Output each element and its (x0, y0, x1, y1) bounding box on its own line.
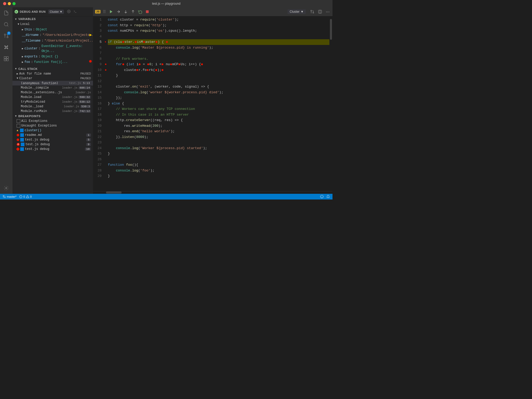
code-line-29: } (108, 173, 329, 179)
editor-scrollbar[interactable] (329, 16, 332, 191)
code-line-17: // Workers can share any TCP connection (108, 106, 329, 112)
code-editor: 1 2 3 4 5 6 7 8 9 10 11 12 13 14 15 16 1… (93, 16, 332, 191)
call-stack-section-header[interactable]: ▼ CALL STACK (12, 66, 93, 71)
error-count: 0 (23, 195, 25, 198)
debug-step-over-button[interactable] (116, 9, 121, 14)
bp-test2-checkbox[interactable] (21, 143, 24, 146)
activity-files-icon[interactable] (3, 9, 10, 17)
scrollbar-thumb[interactable] (330, 19, 332, 40)
bp-cluster-checkbox[interactable] (20, 129, 24, 132)
bp-cluster-fn[interactable]: ▲ cluster() (12, 128, 93, 133)
bp-readme[interactable]: readme.md 1 (12, 133, 93, 137)
bp-readme-checkbox[interactable] (20, 133, 24, 137)
svg-point-0 (4, 23, 8, 26)
var-foo[interactable]: ▶ foo : function foo(){... (12, 59, 93, 65)
breakpoints-section-header[interactable]: ▼ BREAKPOINTS (12, 114, 93, 119)
status-branch[interactable]: master* (3, 195, 17, 198)
status-bell[interactable] (326, 195, 330, 198)
stack-frame-anonymous[interactable]: (anonymous function) test.js 5:13 (12, 81, 93, 85)
status-smiley[interactable] (320, 195, 324, 198)
bp-all-exceptions[interactable]: All Exceptions (12, 119, 93, 123)
titlebar: test.js — playground (0, 0, 332, 7)
stack-frame-module-load[interactable]: Module.load loader.js 599:32 (12, 95, 93, 99)
code-content[interactable]: const cluster = require('cluster'); cons… (105, 16, 329, 191)
code-line-28: console.log('foo'); (108, 168, 329, 174)
debug-restart-button[interactable] (137, 9, 143, 14)
var-this[interactable]: ▶ this : Object (12, 27, 93, 32)
activity-debug-icon[interactable] (3, 44, 10, 51)
activity-settings-icon[interactable] (3, 184, 10, 192)
var-dirname[interactable]: __dirname : "/Users/misolori/Projects...… (12, 32, 93, 38)
drag-handle-button[interactable]: ⠿ (102, 9, 107, 15)
stack-frame-module-extensions[interactable]: Module._extensions..js loader.js (12, 90, 93, 95)
bp-test2[interactable]: ⊘ test.js debug 9 (12, 142, 93, 147)
svg-point-31 (320, 195, 323, 198)
close-button[interactable] (3, 2, 6, 5)
bp-uncaught-checkbox[interactable] (17, 124, 20, 128)
activity-extensions-icon[interactable] (3, 55, 10, 62)
bp-test1-checkbox[interactable] (20, 138, 24, 142)
next-line-icon: ▶ (89, 32, 92, 39)
debug-step-into-button[interactable] (123, 9, 129, 14)
svg-point-23 (5, 197, 5, 198)
code-line-13: cluster.on('exit', (worker, code, signal… (108, 84, 329, 90)
line-numbers: 1 2 3 4 5 6 7 8 9 10 11 12 13 14 15 16 1… (93, 16, 105, 191)
more-actions-icon[interactable]: ··· (325, 9, 330, 15)
debug-title: DEBUG AND RUN (20, 10, 46, 13)
debug-stop-button[interactable] (145, 9, 150, 14)
bp-all-exceptions-checkbox[interactable] (17, 119, 20, 123)
horizontal-scrollbar[interactable] (93, 191, 332, 194)
window-controls[interactable] (3, 2, 16, 5)
code-line-5: ● ▶ if (cluster.isMaster) { (108, 39, 329, 45)
call-stack-group-cluster[interactable]: ▼ Cluster PAUSED (12, 76, 93, 81)
var-cluster[interactable]: ▶ cluster : EventEmitter {_events: Obje.… (12, 44, 93, 54)
activity-search-icon[interactable] (3, 21, 10, 28)
status-errors[interactable]: 0 0 (19, 195, 32, 198)
breakpoints-chevron-icon: ▼ (15, 115, 17, 117)
code-line-27: function foo(){ (108, 162, 329, 168)
svg-rect-6 (4, 57, 6, 59)
activity-bar: 3 (0, 7, 12, 194)
debug-continue-button[interactable] (108, 9, 114, 14)
variables-section-header[interactable]: ▼ VARIABLES (12, 16, 93, 22)
bp-diamond-icon (16, 147, 20, 151)
svg-point-3 (4, 34, 6, 35)
source-control-icon[interactable] (309, 9, 315, 14)
var-exports[interactable]: ▶ exports : Object {} (12, 54, 93, 59)
breakpoints-section: ▼ BREAKPOINTS All Exceptions Uncaught Ex… (12, 114, 93, 151)
code-line-15: }); (108, 95, 329, 101)
stack-frame-try-module-load[interactable]: tryModuleLoad loader.js 538:12 (12, 99, 93, 104)
maximize-button[interactable] (12, 2, 16, 5)
breakpoint-dot-9: ● (105, 62, 107, 67)
debug-terminal-button[interactable] (73, 9, 77, 15)
debug-gear-button[interactable] (66, 9, 71, 15)
variables-local-header[interactable]: ▼ Local (12, 22, 93, 27)
code-line-24: console.log('Worker ${process.pid} start… (108, 145, 329, 151)
bp-uncaught-exceptions[interactable]: Uncaught Exceptions (12, 123, 93, 128)
sidebar: ▶ DEBUG AND RUN Cluster ▼ (12, 7, 93, 194)
code-line-18: // In this case it is an HTTP server (108, 112, 329, 118)
variables-section: ▼ VARIABLES ▼ Local ▶ this : Object __di… (12, 16, 93, 66)
breakpoint-dot-10: ● (105, 67, 107, 73)
var-filename[interactable]: __filename : "/Users/misolori/Project... (12, 38, 93, 44)
bp-test1[interactable]: test.js debug 5 (12, 137, 93, 142)
stack-frame-module-compile[interactable]: Module._compile loader.js 686:14 (12, 85, 93, 90)
source-control-badge: 3 (7, 31, 11, 35)
code-line-3: const numCPUs = require('os').cpus().len… (108, 28, 329, 34)
debug-cluster-dropdown[interactable]: Cluster ▼ (288, 9, 306, 14)
variables-chevron-icon: ▼ (15, 18, 17, 21)
call-stack-group-ask[interactable]: ▶ Ask for file name PAUSED (12, 71, 93, 76)
debug-config-button[interactable]: Cluster ▼ (48, 10, 64, 14)
activity-source-control-icon[interactable]: 3 (3, 32, 10, 39)
h-scrollbar-thumb[interactable] (106, 191, 122, 194)
stack-frame-module-load2[interactable]: Module._load loader.js 530:3 (12, 104, 93, 109)
debug-step-out-button[interactable] (130, 9, 136, 14)
breakpoint-dot-5: ● (105, 39, 106, 45)
bp-test3-checkbox[interactable] (20, 147, 24, 151)
split-editor-icon[interactable] (317, 9, 323, 14)
stack-frame-module-runmain[interactable]: Module.runMain loader.js 742:12 (12, 109, 93, 114)
minimize-button[interactable] (8, 2, 11, 5)
svg-point-13 (89, 60, 92, 63)
bp-test3[interactable]: test.js debug 10 (12, 147, 93, 151)
branch-name: master* (7, 195, 17, 198)
